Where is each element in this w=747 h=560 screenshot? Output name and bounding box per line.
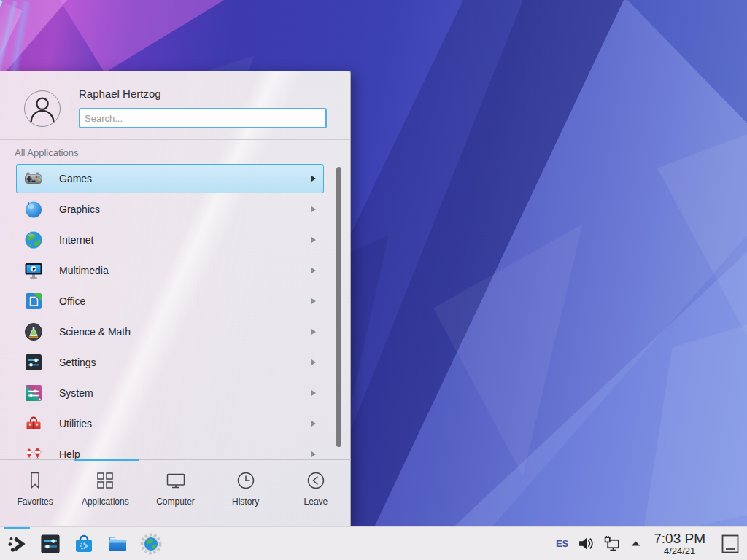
category-row-utilities[interactable]: Utilities (16, 409, 324, 438)
help-icon (23, 444, 44, 460)
launcher-tab-bar: Favorites Applications (0, 459, 351, 526)
submenu-arrow-icon (311, 359, 316, 365)
category-label: System (59, 387, 93, 399)
applications-icon (94, 470, 116, 491)
file-manager-icon (106, 532, 129, 556)
desktop: Raphael Hertzog All Applications (0, 0, 747, 560)
category-label: Games (59, 173, 92, 184)
system-settings-icon (39, 532, 62, 556)
tab-history[interactable]: History (211, 460, 281, 526)
tab-label: Favorites (17, 497, 53, 507)
tab-label: Applications (82, 497, 129, 507)
user-name: Raphael Hertzog (79, 88, 161, 100)
tab-label: Computer (156, 497, 195, 507)
category-row-multimedia[interactable]: Multimedia (16, 256, 324, 285)
category-list: Games Graphics (0, 164, 351, 460)
file-manager-button[interactable] (101, 527, 134, 560)
settings-icon (23, 352, 44, 373)
show-desktop-button[interactable] (718, 527, 743, 560)
submenu-arrow-icon (311, 451, 316, 457)
application-launcher-button[interactable] (0, 527, 34, 560)
tab-computer[interactable]: Computer (140, 460, 210, 526)
category-row-settings[interactable]: Settings (16, 348, 324, 377)
category-label: Utilities (59, 418, 92, 429)
category-row-science-math[interactable]: Science & Math (16, 317, 324, 346)
search-input[interactable] (79, 108, 327, 128)
submenu-arrow-icon (311, 421, 316, 427)
tab-leave[interactable]: Leave (281, 460, 351, 526)
submenu-arrow-icon (311, 298, 316, 304)
web-browser-button[interactable] (134, 527, 168, 560)
history-icon (235, 470, 257, 491)
category-label: Office (59, 295, 85, 307)
leave-icon (305, 470, 327, 491)
taskbar: ES 7:03 PM 4/24/21 (0, 526, 747, 560)
submenu-arrow-icon (311, 268, 316, 273)
system-icon (23, 383, 44, 403)
clock-time: 7:03 PM (654, 532, 705, 546)
category-row-office[interactable]: Office (16, 287, 324, 316)
games-icon (23, 168, 44, 189)
tab-favorites[interactable]: Favorites (0, 460, 70, 526)
submenu-arrow-icon (311, 237, 316, 243)
discover-icon (72, 532, 96, 556)
internet-icon (23, 230, 44, 250)
active-tab-indicator (74, 459, 139, 461)
office-icon (23, 291, 44, 311)
category-label: Multimedia (59, 265, 109, 276)
category-row-internet[interactable]: Internet (16, 225, 324, 254)
show-desktop-icon (720, 533, 740, 555)
header-divider (0, 139, 350, 140)
user-avatar-icon (24, 90, 61, 127)
submenu-arrow-icon (311, 390, 316, 396)
clock-date: 4/24/21 (654, 546, 705, 556)
system-tray: ES 7:03 PM 4/24/21 (556, 527, 747, 560)
tab-applications[interactable]: Applications (70, 460, 140, 526)
computer-icon (165, 470, 187, 491)
category-label: Science & Math (59, 326, 131, 338)
section-label: All Applications (15, 147, 350, 158)
utilities-icon (23, 413, 44, 434)
category-label: Graphics (59, 203, 100, 215)
discover-button[interactable] (67, 527, 101, 560)
volume-icon[interactable] (578, 535, 595, 552)
category-row-graphics[interactable]: Graphics (16, 195, 324, 224)
network-icon[interactable] (604, 535, 621, 552)
system-settings-button[interactable] (34, 527, 67, 560)
launcher-header: Raphael Hertzog (0, 71, 350, 139)
active-task-indicator (4, 527, 30, 529)
favorites-icon (24, 470, 46, 491)
science-math-icon (23, 322, 44, 342)
tab-label: Leave (304, 497, 328, 507)
tab-label: History (232, 497, 259, 507)
submenu-arrow-icon (311, 206, 316, 212)
expand-tray-icon[interactable] (630, 538, 641, 549)
application-launcher-menu: Raphael Hertzog All Applications (0, 71, 351, 526)
clock[interactable]: 7:03 PM 4/24/21 (651, 532, 708, 556)
multimedia-icon (23, 260, 44, 281)
web-browser-icon (139, 532, 163, 556)
submenu-arrow-icon (311, 329, 316, 335)
application-launcher-icon (5, 532, 28, 556)
submenu-arrow-icon (311, 176, 316, 182)
category-row-help[interactable]: Help (16, 440, 324, 460)
category-row-system[interactable]: System (16, 378, 324, 408)
category-label: Settings (59, 357, 96, 368)
category-label: Internet (59, 234, 93, 246)
category-list-scrollbar[interactable] (336, 167, 341, 447)
graphics-icon (23, 199, 44, 219)
category-row-games[interactable]: Games (16, 164, 324, 193)
keyboard-layout-indicator[interactable]: ES (556, 538, 568, 549)
